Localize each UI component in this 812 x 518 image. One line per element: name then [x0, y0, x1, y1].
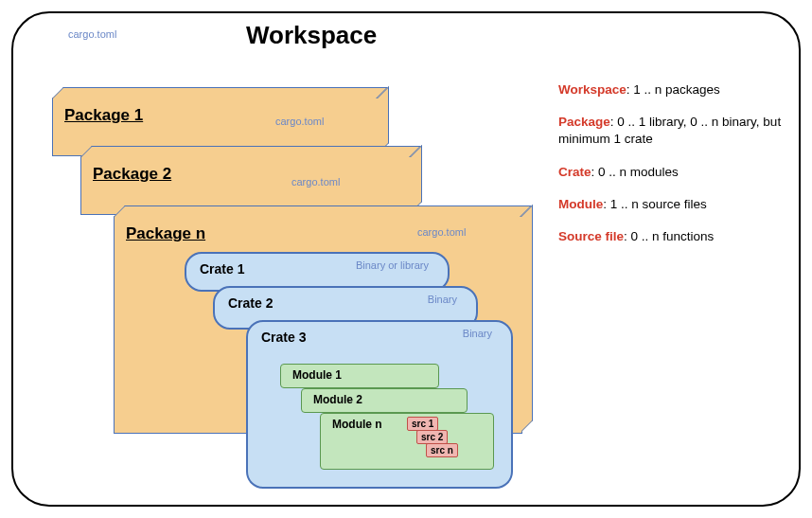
legend-workspace: Workspace: 1 .. n packages: [558, 81, 790, 98]
legend-desc: : 1 .. n packages: [627, 82, 720, 97]
workspace-title: Workspace: [246, 21, 377, 50]
src-box-2: src 2: [416, 430, 448, 444]
workspace-cargo-label: cargo.toml: [68, 28, 116, 40]
package-cargo-label: cargo.toml: [275, 116, 324, 127]
legend-crate: Crate: 0 .. n modules: [558, 164, 790, 181]
legend-package: Package: 0 .. 1 library, 0 .. n binary, …: [558, 114, 790, 148]
box-3d-top: [52, 87, 388, 98]
box-3d-side: [378, 86, 389, 154]
crate-type-label: Binary or library: [356, 259, 429, 271]
module-title: Module n: [332, 418, 382, 431]
src-box-n: src n: [426, 443, 458, 457]
diagram-canvas: Workspace cargo.toml Workspace: 1 .. n p…: [0, 0, 812, 518]
src-box-1: src 1: [407, 417, 438, 431]
legend-desc: : 0 .. n modules: [591, 165, 679, 179]
module-title: Module 2: [313, 393, 362, 406]
module-box-2: Module 2: [301, 388, 468, 413]
src-label: src 2: [421, 432, 443, 442]
crate-type-label: Binary: [428, 294, 457, 305]
box-3d-side: [411, 145, 422, 213]
box-3d-top: [114, 205, 532, 217]
box-3d-side: [521, 205, 533, 432]
legend-term: Package: [558, 115, 610, 129]
crate-type-label: Binary: [463, 328, 492, 339]
package-title: Package 2: [93, 165, 171, 184]
legend-term: Crate: [558, 165, 591, 179]
legend-term: Source file: [558, 229, 624, 243]
legend-desc: : 1 .. n source files: [603, 197, 707, 211]
src-label: src 1: [412, 419, 433, 429]
legend-desc: : 0 .. n functions: [624, 229, 714, 243]
crate-title: Crate 2: [228, 295, 273, 311]
legend-module: Module: 1 .. n source files: [558, 196, 790, 213]
legend-term: Workspace: [558, 82, 627, 97]
package-title: Package 1: [64, 106, 143, 125]
box-3d-top: [80, 146, 421, 157]
package-cargo-label: cargo.toml: [291, 176, 340, 188]
crate-title: Crate 3: [261, 330, 306, 345]
legend-source: Source file: 0 .. n functions: [558, 228, 790, 245]
package-cargo-label: cargo.toml: [417, 226, 466, 238]
package-title: Package n: [126, 224, 205, 243]
module-title: Module 1: [292, 368, 342, 382]
src-label: src n: [431, 445, 453, 455]
legend-term: Module: [558, 197, 603, 211]
module-box-1: Module 1: [280, 364, 439, 388]
legend: Workspace: 1 .. n packages Package: 0 ..…: [558, 81, 790, 260]
crate-title: Crate 1: [200, 261, 244, 277]
